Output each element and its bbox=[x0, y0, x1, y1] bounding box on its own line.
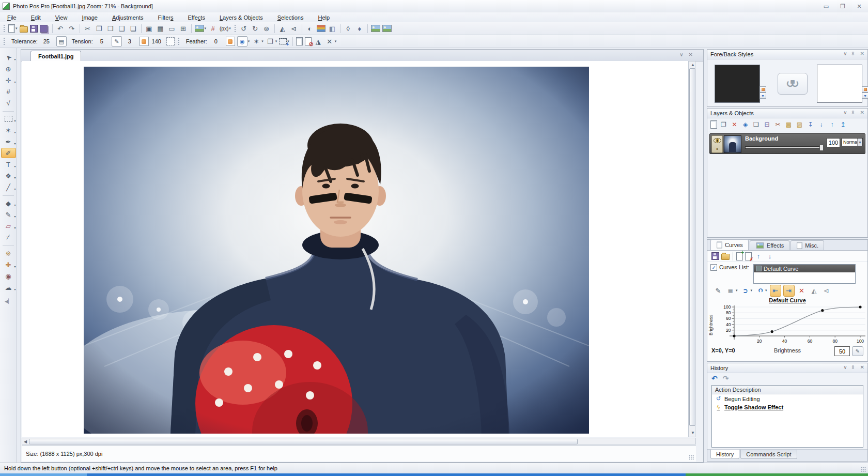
clear-selection-button[interactable]: ✕▾ bbox=[324, 36, 337, 47]
scroll-down-arrow[interactable]: ▼ bbox=[691, 431, 695, 435]
edit-value-button[interactable]: ✎ bbox=[852, 346, 863, 356]
eraser-tool[interactable]: ▱▾ bbox=[1, 221, 16, 231]
cut-object-button[interactable]: ✂ bbox=[773, 119, 783, 130]
cut-button[interactable]: ✂ bbox=[83, 23, 93, 34]
scroll-left-arrow[interactable]: ◀ bbox=[24, 440, 27, 444]
photo-football-player[interactable] bbox=[84, 67, 589, 434]
paste-as-new-button[interactable]: ❏ bbox=[128, 23, 138, 34]
brush-shape-button[interactable] bbox=[139, 36, 149, 47]
save-curves-button[interactable] bbox=[711, 251, 720, 262]
pattern-button[interactable] bbox=[166, 36, 175, 47]
gradient-button[interactable] bbox=[316, 23, 326, 34]
marquee-select-tool[interactable]: ▾ bbox=[1, 114, 16, 124]
background-color-swatch[interactable] bbox=[817, 65, 862, 103]
pen-settings-button[interactable]: ✎ bbox=[111, 36, 122, 47]
add-curve-button[interactable] bbox=[736, 251, 743, 262]
document-tab[interactable]: Football1.jpg bbox=[30, 51, 81, 62]
dropdown-arrow-icon[interactable]: ▾ bbox=[765, 288, 767, 293]
panel-collapse-icon[interactable]: ∨ bbox=[679, 52, 683, 57]
dropdown-arrow-icon[interactable]: ▾ bbox=[736, 288, 738, 293]
curves-list[interactable]: Default Curve bbox=[753, 264, 856, 284]
resize-grip[interactable] bbox=[861, 467, 866, 472]
flip-curve-h-button[interactable]: ◭ bbox=[809, 285, 819, 296]
apply-vertical-button[interactable]: ➲▾ bbox=[755, 285, 768, 296]
move-down-button[interactable]: ↓ bbox=[816, 119, 826, 130]
texture-button[interactable]: ◉▾ bbox=[237, 36, 251, 47]
dropdown-arrow-icon[interactable]: ▾ bbox=[14, 287, 16, 291]
canvas-area[interactable]: ▲ ▼ bbox=[22, 61, 695, 437]
merge-selected-button[interactable]: ▩ bbox=[784, 119, 794, 130]
copy-as-object-button[interactable]: ❏ bbox=[751, 119, 761, 130]
dropdown-arrow-icon[interactable]: ▾ bbox=[751, 288, 753, 293]
tension-value[interactable]: 5 bbox=[95, 38, 109, 45]
new-layer-button[interactable] bbox=[710, 119, 718, 130]
menu-view[interactable]: View bbox=[48, 13, 75, 22]
background-dropdown-button[interactable]: ▼ bbox=[862, 93, 868, 99]
tile-windows-button[interactable]: ⊞ bbox=[178, 23, 189, 34]
copy-selection-button[interactable]: ❐▾ bbox=[265, 36, 278, 47]
menu-edit[interactable]: Edit bbox=[24, 13, 48, 22]
menu-layers-objects[interactable]: Layers & Objects bbox=[212, 13, 270, 22]
redo-button[interactable]: ↷ bbox=[67, 23, 77, 34]
flip-curve-v-button[interactable]: ⊲ bbox=[822, 285, 832, 296]
deselect-button[interactable] bbox=[304, 36, 312, 47]
foreground-dropdown-button[interactable]: ▼ bbox=[760, 93, 766, 99]
send-to-back-button[interactable]: ↧ bbox=[805, 119, 815, 130]
text-tool[interactable]: T▾ bbox=[1, 159, 16, 170]
delete-curve-button[interactable] bbox=[745, 251, 752, 262]
width-value[interactable]: 3 bbox=[123, 38, 136, 45]
horizontal-scroll-thumb[interactable] bbox=[29, 439, 578, 444]
dropdown-arrow-icon[interactable]: ▾ bbox=[14, 226, 16, 229]
feather-brush-button[interactable] bbox=[225, 36, 236, 47]
tab-curves[interactable]: Curves bbox=[710, 239, 749, 250]
copy-merged-button[interactable]: ❒ bbox=[105, 23, 116, 34]
eye-icon[interactable] bbox=[714, 138, 721, 143]
tab-misc[interactable]: Misc. bbox=[791, 240, 824, 250]
next-point-button[interactable]: ⇥ bbox=[783, 285, 795, 297]
layer-visibility-column[interactable]: ∎ bbox=[711, 135, 723, 153]
density-value[interactable]: 140 bbox=[150, 38, 163, 45]
bring-to-front-button[interactable]: ↥ bbox=[838, 119, 848, 130]
edit-curve-button[interactable]: ✎ bbox=[713, 285, 723, 296]
resize-grip[interactable] bbox=[689, 455, 694, 460]
frames-button[interactable] bbox=[382, 23, 392, 34]
effects-gallery-button[interactable] bbox=[370, 23, 381, 34]
dropdown-arrow-icon[interactable]: ▾ bbox=[14, 164, 16, 168]
prev-point-button[interactable]: ⇤ bbox=[770, 285, 781, 297]
layer-thumbnail[interactable] bbox=[724, 135, 741, 153]
crop-button[interactable]: # bbox=[208, 23, 218, 34]
lock-icon[interactable]: ∎ bbox=[716, 147, 718, 151]
history-item[interactable]: ↺Begun Editing bbox=[712, 394, 863, 403]
tolerance-value[interactable]: 25 bbox=[40, 38, 53, 45]
color-balance-button[interactable]: ◧ bbox=[327, 23, 337, 34]
panel-pin-icon[interactable]: ∞ bbox=[851, 111, 857, 114]
panel-collapse-icon[interactable]: ∨ bbox=[843, 110, 847, 115]
curve-chart[interactable]: Brightness 2040608010020406080100 bbox=[707, 304, 867, 346]
foreground-style-button[interactable] bbox=[760, 86, 766, 93]
curve-plot[interactable]: 2040608010020406080100 bbox=[714, 304, 866, 345]
history-undo-button[interactable]: ↶ bbox=[711, 374, 718, 382]
dropdown-arrow-icon[interactable]: ▾ bbox=[14, 57, 16, 61]
merge-visible-button[interactable]: ▨ bbox=[795, 119, 804, 130]
red-eye-tool[interactable]: ◉ bbox=[1, 271, 16, 281]
curves-list-checkbox[interactable]: ✓ bbox=[710, 264, 717, 271]
dropdown-arrow-icon[interactable]: ▾ bbox=[14, 142, 16, 145]
dropdown-arrow-icon[interactable]: ▾ bbox=[14, 80, 16, 84]
spray-tool[interactable]: ※ bbox=[1, 248, 16, 258]
tab-effects[interactable]: Effects bbox=[750, 240, 789, 250]
dropdown-arrow-icon[interactable]: ▾ bbox=[14, 265, 16, 268]
layer-properties-button[interactable]: ◈ bbox=[740, 119, 750, 130]
layer-opacity-slider[interactable] bbox=[745, 146, 823, 149]
selection-mode-button[interactable]: ▾ bbox=[278, 36, 290, 47]
apply-horizontal-button[interactable]: ➲▾ bbox=[740, 285, 753, 296]
collapse-toolstrip-button[interactable]: ◀▏ bbox=[5, 299, 12, 304]
vertical-scroll-thumb[interactable] bbox=[689, 68, 695, 426]
tab-commands-script[interactable]: Commands Script bbox=[740, 450, 797, 459]
dropdown-arrow-icon[interactable]: ▾ bbox=[275, 39, 277, 43]
dropdown-arrow-icon[interactable]: ▾ bbox=[14, 203, 16, 207]
smudge-tool[interactable]: ☁▾ bbox=[1, 282, 16, 293]
magic-options-button[interactable]: ✶▾ bbox=[251, 36, 264, 47]
shapes-tool[interactable]: ❖▾ bbox=[1, 171, 16, 181]
move-tool[interactable]: ✛▾ bbox=[1, 75, 16, 85]
preview-button[interactable]: ▣ bbox=[144, 23, 154, 34]
